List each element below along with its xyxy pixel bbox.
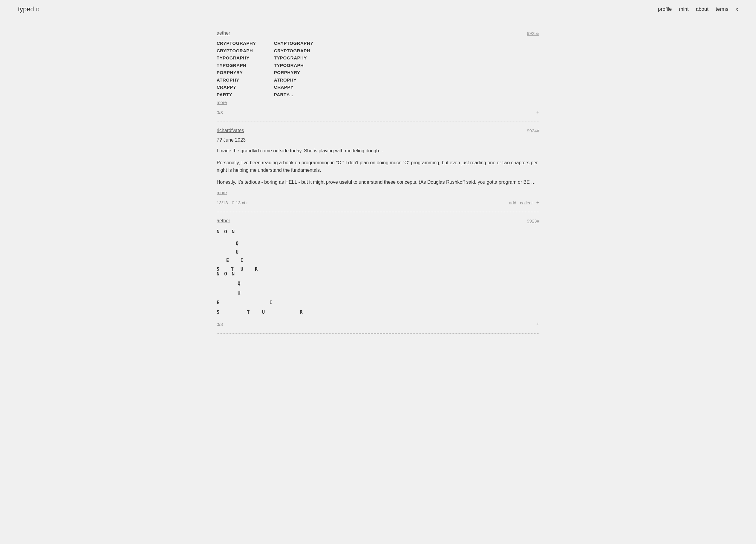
collect-button[interactable]: collect — [520, 200, 533, 205]
post-actions: add collect + — [509, 200, 539, 206]
nav-profile[interactable]: profile — [658, 6, 672, 12]
post-card: richardfyates 9924# 7? June 2023 I made … — [217, 122, 539, 212]
post-text-1: I made the grandkid come outside today. … — [217, 147, 539, 155]
plus-button[interactable]: + — [536, 109, 539, 116]
plus-button[interactable]: + — [536, 200, 539, 206]
nav-about[interactable]: about — [696, 6, 708, 12]
puzzle-cell: I — [241, 256, 245, 265]
puzzle-cell — [217, 248, 221, 257]
word-item: CRYPTOGRAPH — [217, 47, 256, 54]
add-button[interactable]: add — [509, 200, 516, 205]
post-score: 13/13 - 0.13 xtz — [217, 200, 247, 205]
post-footer: 0/3 + — [217, 109, 539, 116]
puzzle-cell: T — [231, 265, 236, 274]
word-item: TYPOGRAPH — [217, 62, 256, 69]
word-column-right: CRYPTOGRAPHY CRYPTOGRAPH TYPOGRAPHY TYPO… — [274, 40, 313, 98]
puzzle-cell — [217, 239, 221, 248]
header-nav: profile mint about terms x — [658, 6, 738, 12]
post-date: 7? June 2023 — [217, 137, 539, 143]
post-actions: + — [536, 109, 539, 116]
word-item: CRYPTOGRAPHY — [274, 40, 313, 47]
post-card: aether 9925# CRYPTOGRAPHY CRYPTOGRAPH TY… — [217, 24, 539, 122]
word-item: TYPOGRAPH — [274, 62, 313, 69]
more-link[interactable]: more — [217, 100, 227, 105]
logo-suffix: o — [36, 5, 39, 13]
puzzle-display: N O N Q U E I S T U R — [217, 269, 539, 317]
puzzle-row-2: Q — [238, 279, 539, 288]
post-footer: 0/3 + — [217, 321, 539, 327]
word-item: CRYPTOGRAPHY — [217, 40, 256, 47]
word-item: ATROPHY — [274, 77, 313, 84]
post-header: aether 9925# — [217, 30, 539, 36]
puzzle-row-5: S T U R — [217, 307, 539, 317]
post-author[interactable]: richardfyates — [217, 128, 244, 133]
word-item: CRAPPY — [217, 84, 256, 91]
puzzle-row-3: U — [238, 288, 539, 298]
post-number[interactable]: 9925# — [527, 31, 539, 36]
word-item: TYPOGRAPHY — [274, 55, 313, 62]
post-score: 0/3 — [217, 110, 223, 115]
puzzle-cell: S — [217, 265, 221, 274]
post-header: aether 9923# — [217, 218, 539, 223]
word-column-left: CRYPTOGRAPHY CRYPTOGRAPH TYPOGRAPHY TYPO… — [217, 40, 256, 98]
puzzle-cell: U — [241, 265, 245, 274]
nav-terms[interactable]: terms — [716, 6, 729, 12]
word-item: CRYPTOGRAPH — [274, 47, 313, 54]
post-actions: + — [536, 321, 539, 327]
puzzle-cell — [221, 239, 226, 248]
post-text-3: Honestly, it's tedious - boring as HELL … — [217, 178, 539, 186]
post-text-2: Personally, I've been reading a book on … — [217, 159, 539, 174]
word-item: PORPHYRY — [274, 69, 313, 76]
post-score: 0/3 — [217, 322, 223, 327]
word-puzzle: N O N Q U E I S T U R — [217, 228, 539, 273]
puzzle-cell — [231, 239, 236, 248]
word-item: ATROPHY — [217, 77, 256, 84]
puzzle-cell: U — [236, 248, 241, 257]
post-number[interactable]: 9923# — [527, 218, 539, 223]
puzzle-top-word: N O N — [217, 228, 539, 236]
word-item: CRAPPY — [274, 84, 313, 91]
post-number[interactable]: 9924# — [527, 128, 539, 133]
puzzle-cell: R — [255, 265, 260, 274]
post-header: richardfyates 9924# — [217, 128, 539, 133]
more-link[interactable]: more — [217, 190, 227, 195]
puzzle-cell: E — [226, 256, 231, 265]
page-header: typed o profile mint about terms x — [0, 0, 756, 19]
word-item: PORPHYRY — [217, 69, 256, 76]
puzzle-row-4: E I — [217, 298, 539, 307]
puzzle-cell — [226, 239, 231, 248]
post-card: aether 9923# N O N Q U E I S T — [217, 212, 539, 333]
header-logo-area: typed o — [18, 5, 39, 13]
post-divider-bottom — [217, 333, 539, 334]
nav-mint[interactable]: mint — [679, 6, 688, 12]
logo-link[interactable]: typed — [18, 5, 34, 13]
word-item: PARTY... — [274, 91, 313, 98]
plus-button[interactable]: + — [536, 321, 539, 327]
post-footer: 13/13 - 0.13 xtz add collect + — [217, 200, 539, 206]
word-item: PARTY — [217, 91, 256, 98]
post-author[interactable]: aether — [217, 218, 230, 223]
post-author[interactable]: aether — [217, 30, 230, 36]
puzzle-cell: Q — [236, 239, 241, 248]
word-columns: CRYPTOGRAPHY CRYPTOGRAPH TYPOGRAPHY TYPO… — [217, 40, 539, 98]
word-item: TYPOGRAPHY — [217, 55, 256, 62]
main-content: aether 9925# CRYPTOGRAPHY CRYPTOGRAPH TY… — [199, 19, 557, 340]
nav-close[interactable]: x — [736, 6, 738, 12]
